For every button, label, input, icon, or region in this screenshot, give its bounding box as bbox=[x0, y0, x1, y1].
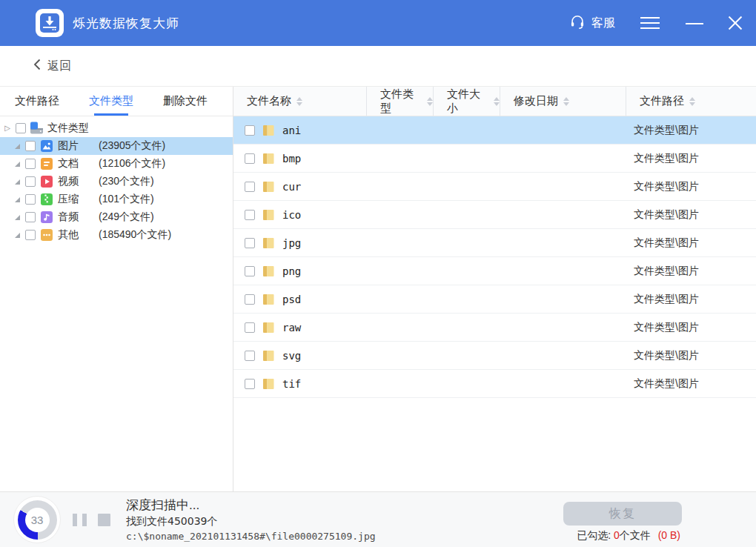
tree-item-count: (12106个文件) bbox=[99, 157, 165, 170]
tree-item-1[interactable]: 文档(12106个文件) bbox=[0, 155, 233, 173]
selected-prefix: 已勾选: bbox=[577, 529, 611, 541]
expander-icon[interactable]: ▷ bbox=[3, 124, 12, 132]
tree-item-checkbox[interactable] bbox=[25, 194, 36, 205]
table-row-0[interactable]: ani文件类型\图片 bbox=[233, 116, 756, 145]
audio-icon bbox=[41, 211, 53, 223]
sidebar-tab-0[interactable]: 文件路径 bbox=[15, 87, 59, 116]
tree-item-label: 文档 bbox=[58, 157, 93, 170]
progress-donut-icon: 33 bbox=[18, 500, 57, 540]
sort-icon[interactable] bbox=[494, 97, 500, 106]
archive-icon bbox=[41, 193, 53, 205]
file-name: bmp bbox=[282, 153, 301, 165]
tree-item-label: 压缩 bbox=[58, 193, 93, 206]
header-cell-0[interactable]: 文件名称 bbox=[233, 87, 367, 116]
progress-ring: 33 bbox=[13, 496, 61, 543]
tree-item-checkbox[interactable] bbox=[25, 212, 36, 222]
selected-size: (0 B) bbox=[658, 529, 680, 541]
header-label: 文件路径 bbox=[640, 94, 684, 108]
title-bar: 烁光数据恢复大师 客服 bbox=[0, 0, 756, 46]
scan-status: 深度扫描中... 找到文件450039个 c:\$noname_20210113… bbox=[126, 497, 376, 543]
sort-icon[interactable] bbox=[427, 97, 433, 106]
tree-item-3[interactable]: 压缩(101个文件) bbox=[0, 190, 233, 208]
recover-button[interactable]: 恢复 bbox=[563, 502, 682, 526]
expander-icon[interactable] bbox=[15, 162, 20, 167]
row-checkbox[interactable] bbox=[245, 294, 255, 305]
row-checkbox[interactable] bbox=[245, 182, 255, 192]
file-path: 文件类型\图片 bbox=[626, 321, 756, 334]
file-name: svg bbox=[282, 350, 301, 362]
tree-item-count: (185490个文件) bbox=[99, 228, 171, 242]
file-path: 文件类型\图片 bbox=[626, 349, 756, 362]
sort-icon[interactable] bbox=[689, 97, 695, 106]
tree-item-checkbox[interactable] bbox=[25, 141, 36, 151]
expander-icon[interactable] bbox=[15, 179, 20, 185]
table-row-7[interactable]: raw文件类型\图片 bbox=[233, 314, 756, 342]
row-checkbox[interactable] bbox=[245, 379, 255, 389]
row-checkbox[interactable] bbox=[245, 322, 255, 333]
table-row-1[interactable]: bmp文件类型\图片 bbox=[233, 145, 756, 173]
support-button[interactable]: 客服 bbox=[569, 13, 615, 33]
pause-icon bbox=[73, 514, 77, 526]
header-cell-3[interactable]: 修改日期 bbox=[500, 87, 626, 116]
image-icon bbox=[41, 140, 53, 152]
back-button[interactable]: 返回 bbox=[33, 59, 71, 74]
stop-button[interactable] bbox=[98, 514, 110, 526]
header-cell-1[interactable]: 文件类型 bbox=[367, 87, 434, 116]
tree-item-checkbox[interactable] bbox=[25, 230, 36, 240]
sidebar-tab-2[interactable]: 删除文件 bbox=[163, 87, 208, 116]
header-cell-4[interactable]: 文件路径 bbox=[626, 87, 756, 116]
expander-icon[interactable] bbox=[15, 197, 20, 202]
tree-item-checkbox[interactable] bbox=[25, 159, 36, 169]
table-row-6[interactable]: psd文件类型\图片 bbox=[233, 285, 756, 314]
minimize-icon bbox=[686, 23, 703, 24]
table-row-3[interactable]: ico文件类型\图片 bbox=[233, 201, 756, 229]
tree-root-checkbox[interactable] bbox=[16, 123, 26, 133]
header-label: 文件名称 bbox=[247, 94, 291, 108]
drive-icon bbox=[30, 122, 44, 134]
row-checkbox[interactable] bbox=[245, 266, 255, 276]
other-icon bbox=[41, 229, 53, 241]
file-name: psd bbox=[282, 294, 301, 305]
table-row-8[interactable]: svg文件类型\图片 bbox=[233, 342, 756, 370]
tree-item-label: 其他 bbox=[58, 228, 93, 242]
headset-icon bbox=[569, 13, 586, 33]
sort-icon[interactable] bbox=[296, 97, 302, 106]
tree-item-label: 图片 bbox=[58, 139, 93, 153]
tree-item-5[interactable]: 其他(185490个文件) bbox=[0, 226, 233, 244]
expander-icon[interactable] bbox=[15, 215, 20, 220]
tree-item-2[interactable]: 视频(230个文件) bbox=[0, 173, 233, 190]
table-row-5[interactable]: png文件类型\图片 bbox=[233, 257, 756, 285]
row-checkbox[interactable] bbox=[245, 153, 255, 164]
folder-icon bbox=[262, 265, 275, 277]
file-name-cell: raw bbox=[233, 322, 367, 334]
expander-icon[interactable] bbox=[15, 233, 20, 238]
row-checkbox[interactable] bbox=[245, 351, 255, 361]
folder-icon bbox=[262, 209, 275, 221]
minimize-button[interactable] bbox=[685, 16, 704, 30]
expander-icon[interactable] bbox=[15, 144, 20, 149]
selected-suffix: 个文件 bbox=[620, 529, 651, 541]
file-tree: ▷文件类型图片(23905个文件)文档(12106个文件)视频(230个文件)压… bbox=[0, 116, 233, 491]
table-row-2[interactable]: cur文件类型\图片 bbox=[233, 173, 756, 201]
header-cell-2[interactable]: 文件大小 bbox=[434, 87, 500, 116]
row-checkbox[interactable] bbox=[245, 125, 255, 136]
pause-button[interactable] bbox=[73, 514, 87, 526]
row-checkbox[interactable] bbox=[245, 238, 255, 248]
tree-item-4[interactable]: 音频(249个文件) bbox=[0, 208, 233, 226]
tree-item-0[interactable]: 图片(23905个文件) bbox=[0, 137, 233, 155]
tree-root-row[interactable]: ▷文件类型 bbox=[0, 119, 233, 137]
tree-item-checkbox[interactable] bbox=[25, 176, 36, 187]
sidebar-tab-1[interactable]: 文件类型 bbox=[89, 87, 133, 116]
table-row-4[interactable]: jpg文件类型\图片 bbox=[233, 229, 756, 257]
sort-icon[interactable] bbox=[563, 97, 569, 106]
app-window: 烁光数据恢复大师 客服 bbox=[0, 0, 756, 547]
tree-root-label: 文件类型 bbox=[47, 122, 89, 135]
menu-button[interactable] bbox=[637, 14, 663, 32]
table-row-9[interactable]: tif文件类型\图片 bbox=[233, 370, 756, 398]
selected-count: 0 bbox=[614, 529, 620, 541]
file-name-cell: svg bbox=[233, 350, 367, 362]
progress-value: 33 bbox=[31, 514, 44, 526]
row-checkbox[interactable] bbox=[245, 210, 255, 220]
file-name-cell: ico bbox=[233, 209, 367, 221]
close-button[interactable] bbox=[726, 14, 744, 32]
